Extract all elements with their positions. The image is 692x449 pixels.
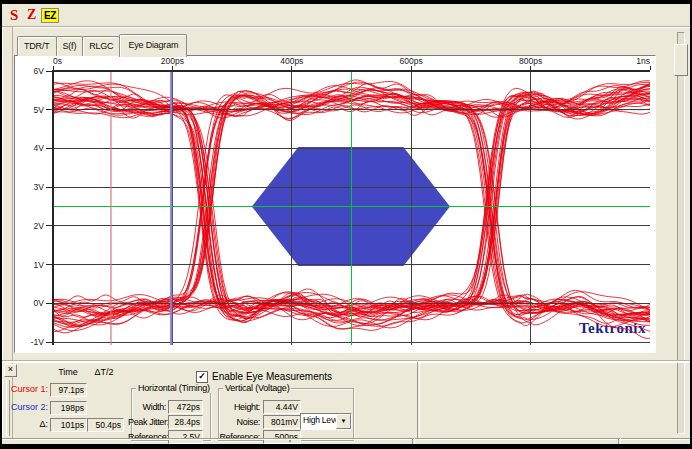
tab-s-f[interactable]: S(f) xyxy=(56,36,84,56)
tab-tdr-t[interactable]: TDR/T xyxy=(17,36,57,56)
delta-label: Δ: xyxy=(2,419,48,429)
delta-time-field[interactable]: 101ps xyxy=(50,418,87,432)
y-tick-label: 4V xyxy=(34,143,45,153)
right-slider-track[interactable] xyxy=(677,32,685,434)
peak-jitter-value-field[interactable]: 28.4ps xyxy=(168,415,203,429)
eye-diagram-svg: Tektronix0s200ps400ps600ps800ps1ns6V5V4V… xyxy=(15,56,655,352)
height-value-field[interactable]: 4.44V xyxy=(263,400,301,414)
x-tick-label: 600ps xyxy=(400,56,423,66)
vertical-voltage-title: Vertical (Voltage) xyxy=(223,383,291,393)
cursor1-value-field[interactable]: 97.1ps xyxy=(50,383,87,397)
x-tick-label: 0s xyxy=(53,56,62,66)
enable-eye-measurements-label: Enable Eye Measurements xyxy=(212,371,332,382)
enable-eye-measurements-checkbox[interactable]: ✓ xyxy=(196,371,208,383)
y-tick-label: 6V xyxy=(34,66,45,76)
x-tick-label: 800ps xyxy=(519,56,542,66)
toolbar-button-z[interactable]: Z xyxy=(27,7,36,23)
column-header-dt2: ΔT/2 xyxy=(86,367,122,377)
height-label: Height: xyxy=(219,402,260,412)
delta-dt2-field[interactable]: 50.4ps xyxy=(87,418,124,432)
horizontal-timing-title: Horizontal (Timing) xyxy=(136,383,212,393)
width-value-field[interactable]: 472ps xyxy=(168,400,203,414)
tab-bar: TDR/T S(f) RLGC Eye Diagram xyxy=(17,33,186,56)
cursor2-value-field[interactable]: 198ps xyxy=(50,401,87,415)
y-tick-label: 1V xyxy=(34,260,45,270)
y-tick-label: 0V xyxy=(34,298,45,308)
panel-close-button[interactable]: × xyxy=(4,364,17,377)
x-tick-label: 200ps xyxy=(161,56,184,66)
cursor1-label: Cursor 1: xyxy=(2,384,48,394)
y-tick-label: -1V xyxy=(31,337,45,347)
cursor2-label: Cursor 2: xyxy=(2,402,48,412)
tab-rlgc[interactable]: RLGC xyxy=(82,36,120,56)
panel-vertical-divider xyxy=(417,362,419,438)
width-label: Width: xyxy=(128,402,166,412)
tab-eye-diagram[interactable]: Eye Diagram xyxy=(119,34,187,57)
app-window: S Z EZ TDR/T S(f) RLGC Eye Diagram Tektr… xyxy=(2,4,690,444)
status-bar xyxy=(2,438,690,445)
dropdown-arrow-icon[interactable]: ▼ xyxy=(336,414,351,429)
noise-value-field[interactable]: 801mV xyxy=(263,415,301,429)
status-bar-divider xyxy=(618,438,620,444)
column-header-time: Time xyxy=(50,367,86,377)
noise-level-dropdown[interactable]: High Level ▼ xyxy=(300,413,352,430)
y-tick-label: 3V xyxy=(34,182,45,192)
right-slider-thumb[interactable] xyxy=(674,44,688,76)
y-tick-label: 5V xyxy=(34,105,45,115)
noise-label: Noise: xyxy=(219,417,260,427)
status-bar-divider xyxy=(412,438,414,444)
peak-jitter-label: Peak Jitter: xyxy=(128,417,166,427)
eye-diagram-plot: Tektronix0s200ps400ps600ps800ps1ns6V5V4V… xyxy=(14,55,656,353)
x-tick-label: 400ps xyxy=(280,56,303,66)
y-tick-label: 2V xyxy=(34,221,45,231)
x-tick-label: 1ns xyxy=(636,56,650,66)
toolbar-button-s[interactable]: S xyxy=(10,7,18,24)
panel-separator xyxy=(2,360,690,363)
horizontal-timing-groupbox: Horizontal (Timing) Width: 472ps Peak Ji… xyxy=(131,388,211,441)
toolbar: S Z EZ xyxy=(2,4,690,27)
toolbar-button-ez[interactable]: EZ xyxy=(41,8,59,23)
